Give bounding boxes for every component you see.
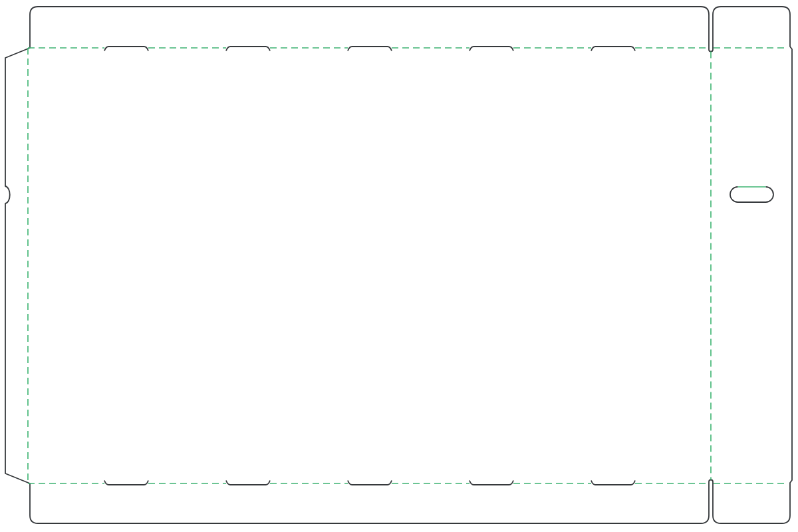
bottom-tab-cut-1 [104, 481, 148, 485]
blank-cut-outline [5, 7, 792, 523]
top-tab-cut-2 [226, 47, 270, 51]
top-tab-cut-4 [469, 47, 513, 51]
top-tab-cut-1 [104, 47, 148, 51]
bottom-tab-cut-4 [469, 481, 513, 485]
dieline-page [0, 0, 798, 532]
bottom-tab-cut-5 [591, 481, 635, 485]
dieline-svg [0, 0, 798, 532]
bottom-tab-cut-2 [226, 481, 270, 485]
top-tab-cut-3 [348, 47, 392, 51]
top-tab-cut-5 [591, 47, 635, 51]
bottom-tab-cut-3 [348, 481, 392, 485]
thumb-slot-cut [730, 187, 773, 202]
